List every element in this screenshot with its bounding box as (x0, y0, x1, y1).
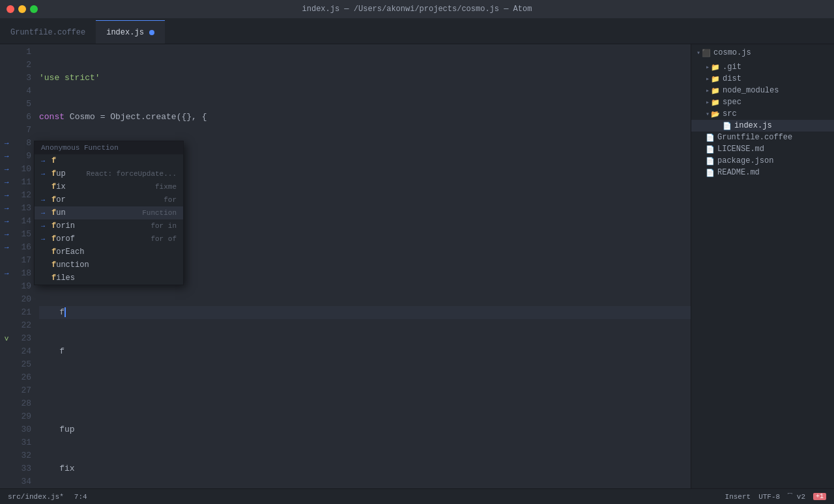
folder-icon: 📁 (711, 87, 720, 95)
ac-arrow-icon: → (41, 223, 49, 230)
folder-icon: ⬛ (702, 49, 711, 57)
ac-item-label: fix (51, 182, 150, 191)
file-coffee-icon: 📄 (706, 133, 715, 142)
root-label: cosmo.js (713, 48, 751, 57)
sidebar-item-indexjs[interactable]: 📄 index.js (691, 120, 834, 132)
ac-arrow-icon: → (41, 236, 49, 243)
autocomplete-item[interactable]: forEach (35, 245, 183, 259)
ac-item-type: fixme (155, 183, 177, 191)
autocomplete-item[interactable]: → fup React: forceUpdate... (35, 167, 183, 180)
file-icon: 📄 (706, 145, 715, 154)
ac-item-label: function (51, 260, 171, 270)
ac-item-label: forin (51, 221, 145, 231)
chevron-right-icon: ▸ (706, 87, 710, 94)
ac-item-label: fun (51, 208, 137, 217)
ac-item-label: forof (51, 234, 145, 244)
code-line: fup (39, 423, 691, 436)
ac-item-type: Function (142, 209, 177, 217)
sidebar-item-package[interactable]: 📄 package.json (691, 155, 834, 167)
editor-area[interactable]: → → → → → → → → → → v (0, 44, 691, 488)
code-line: const Cosmo = Object.create({}, { (39, 111, 691, 124)
git-gutter: → → → → → → → → → → v (0, 44, 13, 488)
autocomplete-header: Anonymous Function (35, 141, 183, 154)
ac-item-type: for (164, 196, 177, 204)
autocomplete-dropdown[interactable]: Anonymous Function → f → fup React: forc… (34, 141, 184, 285)
sidebar-item-readme[interactable]: 📄 README.md (691, 167, 834, 178)
tree-item-label: src (723, 109, 737, 119)
ac-item-label: f (51, 156, 171, 165)
tab-gruntfile[interactable]: Gruntfile.coffee (0, 20, 96, 44)
status-badge: +1 (813, 493, 826, 500)
file-tree-sidebar: ▾ ⬛ cosmo.js ▸ 📁 .git ▸ 📁 dist ▸ 📁 node_… (691, 44, 834, 488)
file-icon: 📄 (706, 169, 715, 177)
minimize-button[interactable] (18, 5, 26, 13)
file-encoding: UTF-8 (758, 493, 780, 501)
autocomplete-item[interactable]: function (35, 259, 183, 272)
tab-bar: Gruntfile.coffee index.js (0, 18, 834, 44)
code-line: 'use strict' (39, 72, 691, 85)
status-left: src/index.js* 7:4 (8, 493, 87, 501)
tree-item-label: dist (723, 74, 741, 83)
ac-item-type: React: forceUpdate... (86, 170, 177, 178)
tree-item-label: README.md (717, 168, 760, 177)
autocomplete-item[interactable]: → for for (35, 193, 183, 206)
ac-header-type: Anonymous Function (41, 144, 119, 152)
chevron-right-icon: ▸ (706, 98, 710, 106)
sidebar-item-spec[interactable]: ▸ 📁 spec (691, 96, 834, 108)
editor-mode: Insert (725, 493, 751, 501)
sidebar-item-license[interactable]: 📄 LICENSE.md (691, 143, 834, 155)
folder-icon: 📁 (711, 63, 720, 72)
chevron-right-icon: ▸ (706, 63, 710, 71)
tab-label: index.js (106, 28, 144, 37)
autocomplete-item-selected[interactable]: → fun Function (35, 206, 183, 219)
autocomplete-item[interactable]: → f (35, 154, 183, 167)
ac-item-label: fup (51, 169, 81, 178)
code-line: f (39, 345, 691, 358)
sidebar-item-src[interactable]: ▾ 📂 src (691, 108, 834, 120)
ac-item-label: files (51, 273, 171, 283)
sidebar-item-dist[interactable]: ▸ 📁 dist (691, 73, 834, 85)
sidebar-item-node-modules[interactable]: ▸ 📁 node_modules (691, 85, 834, 96)
main-area: → → → → → → → → → → v (0, 44, 834, 488)
ac-item-label: for (51, 195, 158, 204)
window-controls (7, 5, 38, 13)
ac-item-label: forEach (51, 247, 171, 257)
status-bar: src/index.js* 7:4 Insert UTF-8 ⎴ v2 +1 (0, 488, 834, 504)
sidebar-item-gruntfile[interactable]: 📄 Gruntfile.coffee (691, 132, 834, 143)
code-line-active: f (39, 306, 691, 319)
folder-icon: 📁 (711, 98, 720, 107)
close-button[interactable] (7, 5, 14, 13)
chevron-down-icon: ▾ (697, 49, 700, 57)
sidebar-root[interactable]: ▾ ⬛ cosmo.js (691, 44, 834, 61)
autocomplete-item[interactable]: → forin for in (35, 219, 183, 232)
ac-item-type: for in (151, 222, 177, 230)
titlebar: index.js — /Users/akonwi/projects/cosmo.… (0, 0, 834, 18)
folder-open-icon: 📂 (711, 110, 720, 119)
chevron-right-icon: ▸ (706, 75, 710, 83)
maximize-button[interactable] (30, 5, 38, 13)
ac-arrow-icon: → (41, 158, 49, 165)
git-branch: ⎴ v2 (788, 493, 805, 501)
chevron-down-icon: ▾ (706, 110, 710, 118)
tab-modified-indicator (149, 30, 154, 35)
ac-arrow-icon: → (41, 171, 49, 178)
tree-item-label: Gruntfile.coffee (717, 133, 792, 142)
tree-item-label: node_modules (723, 86, 779, 95)
ac-arrow-icon: → (41, 197, 49, 204)
autocomplete-item[interactable]: files (35, 272, 183, 285)
autocomplete-item[interactable]: fix fixme (35, 180, 183, 193)
sidebar-item-git[interactable]: ▸ 📁 .git (691, 61, 834, 73)
tree-item-label: package.json (717, 156, 773, 165)
file-icon: 📄 (723, 122, 732, 130)
file-icon: 📄 (706, 157, 715, 165)
line-numbers: 1 2 3 4 5 6 7 8 9 10 11 12 13 14 15 16 1… (13, 44, 36, 488)
code-line (39, 384, 691, 397)
code-line: fix (39, 462, 691, 475)
file-path: src/index.js* (8, 493, 64, 501)
window-title: index.js — /Users/akonwi/projects/cosmo.… (302, 5, 532, 14)
tab-label: Gruntfile.coffee (10, 28, 85, 37)
ac-item-type: for of (151, 235, 177, 243)
tab-indexjs[interactable]: index.js (96, 20, 165, 44)
autocomplete-item[interactable]: → forof for of (35, 232, 183, 245)
cursor-position: 7:4 (74, 493, 87, 501)
